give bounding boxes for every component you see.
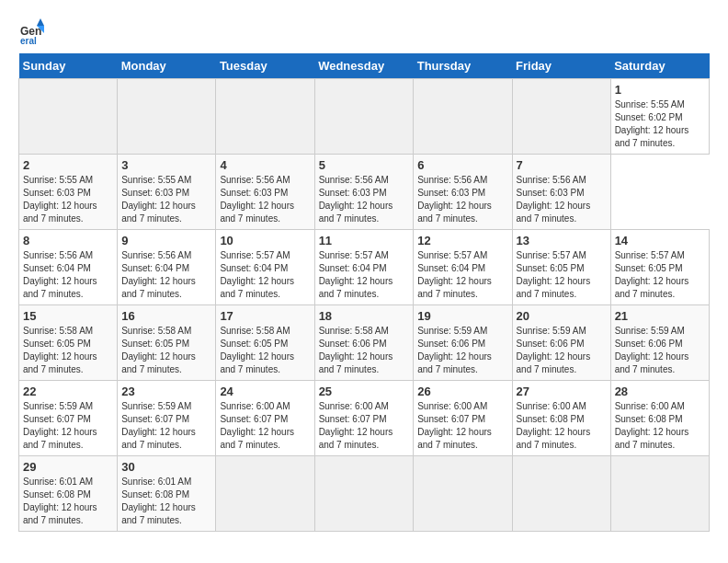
day-number: 13 [517, 234, 607, 247]
empty-cell [314, 456, 414, 532]
day-info: Sunrise: 5:55 AMSunset: 6:03 PMDaylight:… [121, 174, 211, 225]
day-cell-18: 18Sunrise: 5:58 AMSunset: 6:06 PMDayligh… [314, 305, 414, 381]
day-number: 1 [615, 83, 705, 97]
col-header-thursday: Thursday [414, 53, 512, 79]
day-number: 26 [417, 385, 507, 398]
day-cell-7: 7Sunrise: 5:56 AMSunset: 6:03 PMDaylight… [512, 155, 610, 230]
day-number: 23 [121, 385, 211, 398]
page-header: Gen eral [18, 18, 710, 44]
day-info: Sunrise: 5:56 AMSunset: 6:04 PMDaylight:… [121, 249, 211, 301]
day-number: 19 [417, 309, 507, 323]
day-number: 18 [319, 309, 410, 323]
empty-cell [19, 79, 118, 155]
empty-cell [512, 79, 610, 155]
calendar-week-6: 29Sunrise: 6:01 AMSunset: 6:08 PMDayligh… [19, 456, 710, 532]
day-number: 14 [615, 234, 705, 247]
day-info: Sunrise: 5:59 AMSunset: 6:06 PMDaylight:… [417, 325, 507, 376]
day-cell-21: 21Sunrise: 5:59 AMSunset: 6:06 PMDayligh… [610, 305, 709, 381]
day-cell-23: 23Sunrise: 5:59 AMSunset: 6:07 PMDayligh… [118, 381, 216, 456]
day-number: 30 [121, 460, 211, 474]
day-number: 25 [319, 385, 410, 398]
day-cell-17: 17Sunrise: 5:58 AMSunset: 6:05 PMDayligh… [216, 305, 314, 381]
day-cell-6: 6Sunrise: 5:56 AMSunset: 6:03 PMDaylight… [414, 155, 512, 230]
day-number: 21 [615, 309, 705, 323]
day-info: Sunrise: 5:55 AMSunset: 6:03 PMDaylight:… [23, 174, 113, 225]
calendar-week-2: 2Sunrise: 5:55 AMSunset: 6:03 PMDaylight… [19, 155, 710, 230]
day-cell-5: 5Sunrise: 5:56 AMSunset: 6:03 PMDaylight… [314, 155, 414, 230]
col-header-tuesday: Tuesday [216, 53, 314, 79]
empty-cell [610, 456, 709, 532]
day-info: Sunrise: 5:57 AMSunset: 6:04 PMDaylight:… [319, 249, 410, 301]
svg-text:eral: eral [20, 36, 37, 44]
col-header-friday: Friday [512, 53, 610, 79]
day-info: Sunrise: 5:56 AMSunset: 6:03 PMDaylight:… [517, 174, 607, 225]
day-number: 28 [615, 385, 705, 398]
day-number: 22 [23, 385, 113, 398]
day-info: Sunrise: 5:58 AMSunset: 6:05 PMDaylight:… [121, 325, 211, 376]
empty-cell [414, 79, 512, 155]
day-number: 9 [121, 234, 211, 247]
day-cell-24: 24Sunrise: 6:00 AMSunset: 6:07 PMDayligh… [216, 381, 314, 456]
day-cell-27: 27Sunrise: 6:00 AMSunset: 6:08 PMDayligh… [512, 381, 610, 456]
empty-cell [414, 456, 512, 532]
day-info: Sunrise: 5:56 AMSunset: 6:03 PMDaylight:… [220, 174, 310, 225]
day-info: Sunrise: 5:59 AMSunset: 6:07 PMDaylight:… [23, 400, 113, 452]
empty-cell [118, 79, 216, 155]
day-number: 27 [517, 385, 607, 398]
col-header-wednesday: Wednesday [314, 53, 414, 79]
day-cell-29: 29Sunrise: 6:01 AMSunset: 6:08 PMDayligh… [19, 456, 118, 532]
day-cell-26: 26Sunrise: 6:00 AMSunset: 6:07 PMDayligh… [414, 381, 512, 456]
col-header-monday: Monday [118, 53, 216, 79]
day-info: Sunrise: 6:00 AMSunset: 6:08 PMDaylight:… [517, 400, 607, 452]
calendar-week-3: 8Sunrise: 5:56 AMSunset: 6:04 PMDaylight… [19, 230, 710, 305]
day-info: Sunrise: 5:57 AMSunset: 6:05 PMDaylight:… [615, 249, 705, 301]
calendar-header-row: SundayMondayTuesdayWednesdayThursdayFrid… [19, 53, 710, 79]
day-cell-15: 15Sunrise: 5:58 AMSunset: 6:05 PMDayligh… [19, 305, 118, 381]
day-cell-30: 30Sunrise: 6:01 AMSunset: 6:08 PMDayligh… [118, 456, 216, 532]
day-number: 5 [319, 158, 410, 172]
day-info: Sunrise: 5:57 AMSunset: 6:04 PMDaylight:… [417, 249, 507, 301]
day-cell-28: 28Sunrise: 6:00 AMSunset: 6:08 PMDayligh… [610, 381, 709, 456]
calendar-table: SundayMondayTuesdayWednesdayThursdayFrid… [18, 53, 710, 532]
day-number: 7 [517, 158, 607, 172]
day-cell-19: 19Sunrise: 5:59 AMSunset: 6:06 PMDayligh… [414, 305, 512, 381]
day-info: Sunrise: 6:00 AMSunset: 6:07 PMDaylight:… [417, 400, 507, 452]
calendar-week-5: 22Sunrise: 5:59 AMSunset: 6:07 PMDayligh… [19, 381, 710, 456]
day-cell-8: 8Sunrise: 5:56 AMSunset: 6:04 PMDaylight… [19, 230, 118, 305]
day-info: Sunrise: 6:00 AMSunset: 6:08 PMDaylight:… [615, 400, 705, 452]
day-number: 2 [23, 158, 113, 172]
day-cell-20: 20Sunrise: 5:59 AMSunset: 6:06 PMDayligh… [512, 305, 610, 381]
day-cell-11: 11Sunrise: 5:57 AMSunset: 6:04 PMDayligh… [314, 230, 414, 305]
day-number: 8 [23, 234, 113, 247]
empty-cell [512, 456, 610, 532]
day-info: Sunrise: 6:00 AMSunset: 6:07 PMDaylight:… [220, 400, 310, 452]
day-info: Sunrise: 5:58 AMSunset: 6:05 PMDaylight:… [23, 325, 113, 376]
day-info: Sunrise: 5:56 AMSunset: 6:04 PMDaylight:… [23, 249, 113, 301]
day-cell-4: 4Sunrise: 5:56 AMSunset: 6:03 PMDaylight… [216, 155, 314, 230]
day-cell-22: 22Sunrise: 5:59 AMSunset: 6:07 PMDayligh… [19, 381, 118, 456]
empty-cell [314, 79, 414, 155]
day-info: Sunrise: 6:01 AMSunset: 6:08 PMDaylight:… [23, 476, 113, 527]
empty-cell [216, 456, 314, 532]
day-info: Sunrise: 5:58 AMSunset: 6:05 PMDaylight:… [220, 325, 310, 376]
day-cell-9: 9Sunrise: 5:56 AMSunset: 6:04 PMDaylight… [118, 230, 216, 305]
day-cell-16: 16Sunrise: 5:58 AMSunset: 6:05 PMDayligh… [118, 305, 216, 381]
day-cell-13: 13Sunrise: 5:57 AMSunset: 6:05 PMDayligh… [512, 230, 610, 305]
logo: Gen eral [18, 18, 48, 44]
col-header-saturday: Saturday [610, 53, 709, 79]
day-cell-1: 1Sunrise: 5:55 AMSunset: 6:02 PMDaylight… [610, 79, 709, 155]
day-info: Sunrise: 5:55 AMSunset: 6:02 PMDaylight:… [615, 98, 705, 150]
day-number: 3 [121, 158, 211, 172]
day-cell-3: 3Sunrise: 5:55 AMSunset: 6:03 PMDaylight… [118, 155, 216, 230]
calendar-week-1: 1Sunrise: 5:55 AMSunset: 6:02 PMDaylight… [19, 79, 710, 155]
day-number: 20 [517, 309, 607, 323]
day-number: 16 [121, 309, 211, 323]
day-info: Sunrise: 5:57 AMSunset: 6:04 PMDaylight:… [220, 249, 310, 301]
day-number: 11 [319, 234, 410, 247]
day-number: 29 [23, 460, 113, 474]
day-cell-25: 25Sunrise: 6:00 AMSunset: 6:07 PMDayligh… [314, 381, 414, 456]
day-number: 12 [417, 234, 507, 247]
day-info: Sunrise: 5:59 AMSunset: 6:06 PMDaylight:… [517, 325, 607, 376]
day-info: Sunrise: 5:56 AMSunset: 6:03 PMDaylight:… [319, 174, 410, 225]
day-number: 6 [417, 158, 507, 172]
